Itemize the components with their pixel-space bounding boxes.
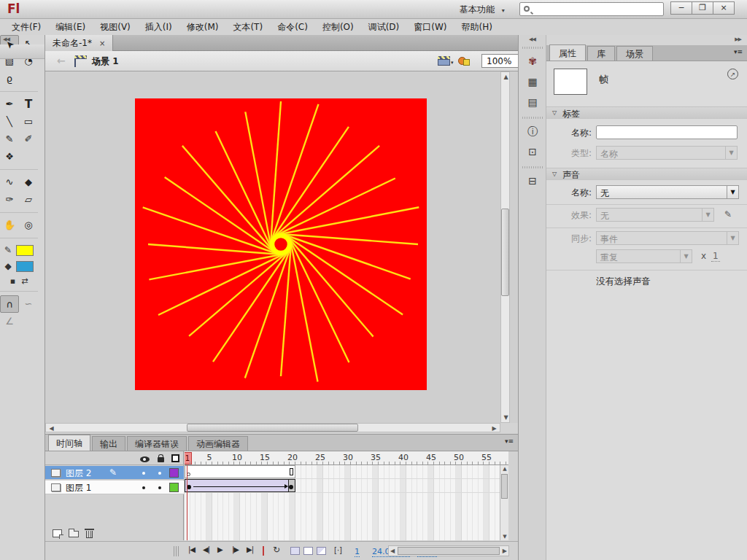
modify-markers-button[interactable]: [·]: [334, 546, 342, 554]
frames-vertical-scrollbar[interactable]: ▲ ▼: [500, 465, 508, 540]
fill-color-swatch[interactable]: [16, 261, 34, 272]
tween-frame-span[interactable]: [185, 479, 295, 492]
loop-playback-button[interactable]: ↻: [273, 545, 280, 555]
tab-properties[interactable]: 属性: [549, 44, 586, 61]
timeline-ruler[interactable]: 5 10 15 20 25 30 35 40 45 50 55 1: [185, 451, 508, 465]
panel-menu-icon[interactable]: ▾≡: [734, 48, 743, 55]
goto-last-frame-button[interactable]: ▶|: [247, 545, 253, 553]
playhead-marker[interactable]: 1: [185, 452, 192, 464]
panel-menu-icon[interactable]: ▾≡: [505, 438, 514, 445]
repeat-count-value[interactable]: 1: [711, 251, 720, 262]
canvas-horizontal-scrollbar[interactable]: ◀ ▶: [45, 423, 500, 432]
pen-tool[interactable]: ✒: [0, 96, 19, 113]
new-layer-button[interactable]: [53, 529, 62, 537]
components-panel-icon[interactable]: ⊟: [523, 172, 542, 190]
show-hide-all-layers-icon[interactable]: [140, 456, 150, 462]
menu-window[interactable]: 窗口(W): [406, 21, 454, 34]
layer-row-1[interactable]: 图层 1: [45, 481, 184, 494]
restore-button[interactable]: ❐: [692, 1, 713, 15]
scroll-left-icon[interactable]: ◀: [47, 425, 55, 432]
empty-frame-span[interactable]: [185, 465, 295, 478]
layer-name[interactable]: 图层 2: [66, 467, 91, 480]
frames-horizontal-scrollbar[interactable]: ◀ ▶: [388, 545, 509, 556]
vertical-scroll-thumb[interactable]: [501, 474, 508, 499]
layer-visibility-dot[interactable]: [142, 472, 145, 475]
tab-output[interactable]: 输出: [92, 436, 125, 451]
sound-name-dropdown[interactable]: 无 ▼: [596, 185, 739, 199]
line-tool[interactable]: ╲: [0, 113, 19, 131]
layer-outline-color-swatch[interactable]: [169, 468, 179, 478]
close-button[interactable]: ×: [713, 1, 735, 15]
menu-view[interactable]: 视图(V): [93, 21, 138, 34]
menu-edit[interactable]: 编辑(E): [48, 21, 93, 34]
tab-library[interactable]: 库: [587, 46, 615, 61]
menu-modify[interactable]: 修改(M): [179, 21, 226, 34]
stroke-color-swatch[interactable]: [16, 245, 34, 256]
zoom-tool[interactable]: ◎: [19, 217, 38, 234]
deco-tool[interactable]: ❖: [0, 148, 19, 166]
frame-label-name-input[interactable]: [596, 125, 738, 139]
close-tab-icon[interactable]: ×: [99, 39, 105, 47]
pencil-tool[interactable]: ✎: [0, 131, 19, 148]
color-panel-icon[interactable]: ✾: [523, 52, 542, 70]
step-forward-button[interactable]: |▶: [232, 545, 239, 553]
horizontal-scroll-thumb[interactable]: [398, 547, 500, 555]
new-folder-button[interactable]: [69, 531, 79, 537]
brush-tool[interactable]: ✐: [19, 131, 38, 148]
minimize-button[interactable]: ─: [670, 1, 692, 15]
text-tool[interactable]: T: [19, 96, 38, 113]
onion-skin-button[interactable]: [290, 547, 300, 555]
edit-multiple-frames-button[interactable]: [317, 547, 326, 555]
edit-sound-envelope-icon[interactable]: ✎: [720, 208, 736, 222]
hand-tool[interactable]: ✋: [0, 217, 19, 234]
menu-file[interactable]: 文件(F): [4, 21, 48, 34]
layer-outline-color-swatch[interactable]: [169, 483, 179, 492]
stage-pasteboard[interactable]: [45, 71, 518, 423]
back-arrow-icon[interactable]: ←: [57, 55, 66, 66]
help-popout-icon[interactable]: ↗: [727, 69, 738, 79]
layer1-frame-row[interactable]: [185, 479, 508, 493]
layer-visibility-dot[interactable]: [142, 486, 145, 489]
expand-dock-icon[interactable]: ▶▶: [735, 36, 741, 42]
canvas-vertical-scrollbar[interactable]: ▲ ▼: [500, 71, 510, 423]
scroll-up-icon[interactable]: ▲: [501, 466, 508, 472]
goto-first-frame-button[interactable]: |◀: [188, 545, 195, 553]
scroll-right-icon[interactable]: ▶: [490, 425, 498, 432]
menu-debug[interactable]: 调试(D): [361, 21, 407, 34]
scroll-up-icon[interactable]: ▲: [502, 74, 510, 80]
outline-all-layers-icon[interactable]: [171, 454, 179, 462]
swatches-panel-icon[interactable]: ▦: [523, 73, 542, 90]
eraser-tool[interactable]: ▱: [19, 191, 38, 209]
scroll-right-icon[interactable]: ▶: [503, 548, 507, 554]
tab-scene[interactable]: 场景: [616, 46, 653, 61]
edit-scene-button[interactable]: ▾: [438, 56, 454, 66]
default-colors-button[interactable]: ▪: [10, 276, 15, 286]
playhead-line[interactable]: [187, 465, 187, 540]
menu-commands[interactable]: 命令(C): [270, 21, 315, 34]
onion-skin-outlines-button[interactable]: [303, 547, 313, 555]
transform-panel-icon[interactable]: ⊡: [523, 143, 542, 160]
scroll-down-icon[interactable]: ▼: [501, 534, 508, 540]
menu-help[interactable]: 帮助(H): [454, 21, 500, 34]
label-section-header[interactable]: ▽ 标签: [546, 106, 747, 119]
lock-all-layers-icon[interactable]: [158, 457, 164, 462]
edit-symbols-button[interactable]: [458, 55, 473, 67]
tab-motion-editor[interactable]: 动画编辑器: [188, 436, 248, 451]
bone-tool[interactable]: ∿: [0, 174, 19, 191]
scroll-left-icon[interactable]: ◀: [390, 548, 395, 554]
vertical-scroll-thumb[interactable]: [501, 209, 509, 296]
layer2-frame-row[interactable]: [185, 465, 508, 479]
play-button[interactable]: ▶: [217, 545, 222, 553]
layer-row-2[interactable]: 图层 2 ✎: [45, 466, 184, 480]
step-back-button[interactable]: ◀|: [203, 545, 209, 553]
stage-background[interactable]: [135, 98, 427, 390]
eyedropper-tool[interactable]: ✑: [0, 191, 19, 209]
pane-resize-grip[interactable]: [174, 546, 179, 556]
straighten-option-button[interactable]: ∠: [0, 313, 19, 330]
align-panel-icon[interactable]: ▤: [523, 93, 542, 111]
search-input[interactable]: [519, 2, 664, 16]
workspace-switcher-button[interactable]: 基本功能 ▾: [460, 4, 505, 16]
swap-colors-button[interactable]: ⇄: [21, 276, 28, 286]
delete-layer-button[interactable]: [86, 531, 93, 538]
menu-text[interactable]: 文本(T): [225, 21, 270, 34]
